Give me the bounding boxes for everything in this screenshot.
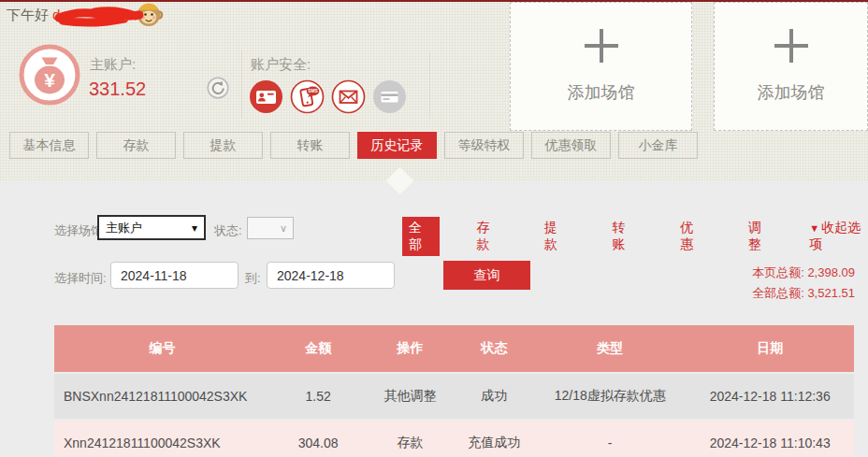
type-tab-withdraw[interactable]: 提款 (538, 217, 575, 256)
cell-date: 2024-12-18 11:10:43 (686, 436, 854, 450)
col-header-status: 状态 (454, 340, 534, 357)
table-header-row: 编号 金额 操作 状态 类型 日期 (54, 325, 854, 372)
cell-id: BNSXnn24121811100042S3XK (54, 389, 270, 404)
cell-id: Xnn24121811100042S3XK (54, 436, 270, 450)
cell-date: 2024-12-18 11:12:36 (686, 389, 854, 404)
page-total: 本页总额: 2,398.09 (752, 263, 855, 283)
chevron-down-icon: ∨ (280, 222, 287, 235)
totals-summary: 本页总额: 2,398.09 全部总额: 3,521.51 (752, 263, 855, 304)
id-card-icon[interactable] (249, 79, 283, 114)
phone-sms-icon[interactable]: SMS (290, 79, 325, 114)
redaction-scribble (51, 6, 147, 28)
tab-vault[interactable]: 小金库 (618, 132, 698, 159)
cell-amount: 1.52 (270, 389, 367, 404)
search-button[interactable]: 查询 (443, 261, 530, 290)
divider (429, 51, 430, 119)
history-table: 编号 金额 操作 状态 类型 日期 BNSXnn24121811100042S3… (54, 325, 854, 457)
type-tab-all[interactable]: 全部 (402, 217, 440, 256)
tab-history[interactable]: 历史记录 (357, 132, 437, 159)
to-label: 到: (245, 270, 261, 287)
svg-text:SMS: SMS (308, 89, 318, 93)
add-venue-label: 添加场馆 (568, 81, 635, 104)
type-filter-tabs: 全部 存款 提款 转账 优惠 调整 ▼收起选项 (402, 217, 868, 256)
cell-operation: 存款 (366, 435, 454, 451)
type-tab-transfer[interactable]: 转账 (606, 217, 644, 256)
account-balance: 331.52 (89, 79, 146, 100)
tab-basic-info[interactable]: 基本信息 (9, 132, 89, 159)
col-header-operation: 操作 (366, 340, 454, 357)
collapse-options-toggle[interactable]: ▼收起选项 (809, 220, 868, 253)
table-row: Xnn24121811100042S3XK 304.08 存款 充值成功 - 2… (54, 421, 854, 457)
cell-type: - (534, 436, 686, 450)
status-select-label: 状态: (214, 222, 242, 239)
tab-withdraw[interactable]: 提款 (183, 132, 263, 159)
cell-status: 成功 (454, 388, 534, 405)
add-venue-label: 添加场馆 (758, 81, 825, 104)
money-bag-icon: ¥ (19, 44, 80, 106)
col-header-type: 类型 (534, 340, 686, 357)
tab-promo-claim[interactable]: 优惠领取 (531, 132, 611, 159)
col-header-id: 编号 (54, 340, 270, 357)
nav-tabs: 基本信息 存款 提款 转账 历史记录 等级特权 优惠领取 小金库 (9, 132, 698, 159)
cell-amount: 304.08 (270, 436, 367, 450)
status-select[interactable]: ∨ (247, 217, 294, 239)
tab-transfer[interactable]: 转账 (270, 132, 350, 159)
time-range-label: 选择时间: (54, 270, 107, 287)
svg-text:¥: ¥ (44, 69, 55, 91)
venue-select[interactable]: 主账户 ▾ (97, 215, 206, 240)
chevron-down-icon: ▾ (192, 221, 197, 235)
tab-vip-privilege[interactable]: 等级特权 (444, 132, 524, 159)
add-venue-card[interactable]: 添加场馆 (510, 2, 692, 131)
account-page: 下午好d ¥ 主账户: 331.52 账户安全: (0, 0, 868, 457)
table-row: BNSXnn24121811100042S3XK 1.52 其他调整 成功 12… (54, 374, 854, 419)
type-tab-promo[interactable]: 优惠 (673, 217, 711, 256)
cell-operation: 其他调整 (366, 388, 454, 405)
security-icons: SMS (249, 79, 407, 114)
account-security-label: 账户安全: (251, 56, 311, 74)
tab-deposit[interactable]: 存款 (96, 132, 176, 159)
type-tab-adjust[interactable]: 调整 (742, 217, 779, 256)
plus-icon (774, 29, 808, 63)
col-header-date: 日期 (686, 340, 854, 357)
plus-icon (585, 29, 618, 63)
date-to-input[interactable] (267, 262, 395, 289)
cell-type: 12/18虚拟存款优惠 (534, 388, 686, 405)
add-venue-card[interactable]: 添加场馆 (714, 2, 868, 131)
main-account-label: 主账户: (90, 56, 136, 74)
bank-card-icon[interactable] (372, 79, 407, 114)
date-from-input[interactable] (110, 262, 239, 289)
refresh-balance-icon[interactable] (207, 77, 229, 99)
cell-status: 充值成功 (454, 435, 534, 451)
all-total: 全部总额: 3,521.51 (752, 283, 855, 304)
email-icon[interactable] (331, 79, 366, 114)
venue-select-value: 主账户 (106, 220, 142, 236)
type-tab-deposit[interactable]: 存款 (470, 217, 508, 256)
divider (241, 51, 242, 119)
col-header-amount: 金额 (270, 340, 367, 357)
triangle-down-icon: ▼ (809, 222, 819, 234)
